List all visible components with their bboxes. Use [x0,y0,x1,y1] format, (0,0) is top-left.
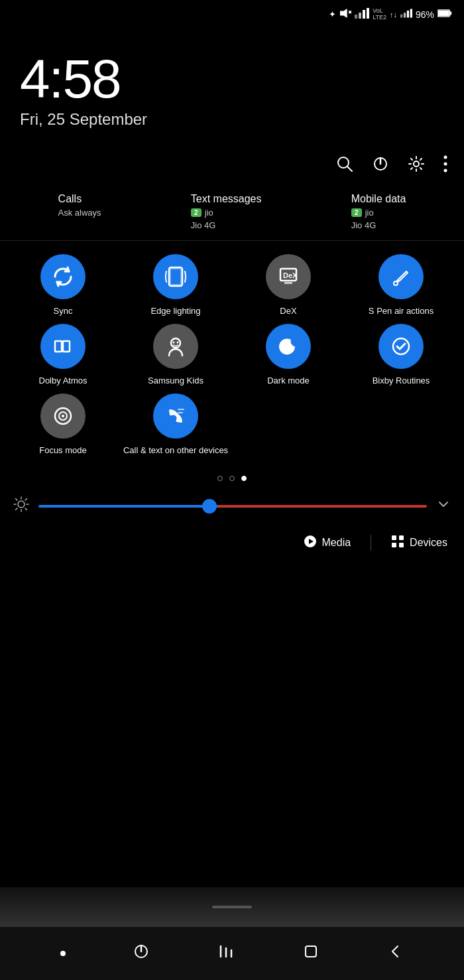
svg-rect-6 [367,8,369,19]
edge-lighting-icon [153,254,198,299]
mobile-data-operator: jio [365,208,374,218]
tiles-grid: SyncEdge lightingDeXDeXS Pen air actions… [0,241,464,470]
tile-s-pen[interactable]: S Pen air actions [348,254,454,317]
sim-info: Calls Ask always Text messages 2 jio Jio… [0,186,464,241]
text-messages-detail: 2 jio [191,208,262,218]
page-dot-1[interactable] [217,476,223,481]
mobile-data-sim-item: Mobile data 2 jio Jio 4G [351,193,406,230]
media-devices-row: Media Devices [0,522,464,557]
power-icon[interactable] [372,155,389,176]
calls-title: Calls [58,193,101,205]
tile-samsung-kids[interactable]: Samsung Kids [123,324,229,387]
svg-point-19 [444,155,447,159]
arrow-icon: ↑↓ [390,11,397,19]
text-messages-sim-item: Text messages 2 jio Jio 4G [191,193,262,230]
svg-rect-9 [407,11,409,18]
volte-lte2-label: VoL LTE2 [373,8,386,21]
svg-line-45 [25,499,27,500]
page-dot-3[interactable] [241,476,247,481]
svg-point-37 [62,415,64,417]
dex-label: DeX [280,306,296,317]
text-messages-operator: jio [205,208,213,218]
devices-label: Devices [410,537,447,549]
calls-sim-item: Calls Ask always [58,193,101,230]
svg-point-21 [444,169,447,172]
text-messages-network: Jio 4G [191,220,262,230]
tile-bixby[interactable]: Bixby Routines [348,324,454,387]
nav-power-icon[interactable] [133,943,150,964]
devices-grid-icon [391,535,404,551]
svg-line-43 [16,499,17,500]
brightness-thumb[interactable] [202,499,217,514]
page-indicators [0,469,464,491]
battery-percentage: 96% [416,9,434,20]
dark-mode-label: Dark mode [267,376,310,387]
tile-dark-mode[interactable]: Dark mode [235,324,341,387]
mobile-data-badge: 2 [351,208,362,217]
panel-header [0,135,464,186]
nav-recents-icon[interactable] [217,943,235,964]
svg-text:DeX: DeX [283,271,298,279]
svg-marker-0 [340,9,347,18]
tile-dex[interactable]: DeXDeX [235,254,341,317]
tile-call-text[interactable]: Call & text on other devices [123,393,229,456]
edge-lighting-label: Edge lighting [150,306,200,317]
bottom-preview [0,887,464,927]
s-pen-icon [378,254,424,299]
clock-section: 4:58 Fri, 25 September [0,25,464,135]
nav-back-icon[interactable] [386,943,404,964]
s-pen-label: S Pen air actions [369,306,434,317]
svg-rect-52 [399,543,404,547]
svg-rect-25 [284,282,292,284]
tile-dolby[interactable]: Dolby Atmos [10,324,116,387]
signal2-icon [400,8,412,21]
svg-rect-8 [404,13,406,18]
brightness-slider[interactable] [38,505,427,508]
brightness-row [0,491,464,522]
page-dot-2[interactable] [229,476,235,481]
nav-home-indicator [60,951,66,956]
svg-rect-23 [170,269,181,285]
svg-line-44 [25,509,27,510]
nav-bar [0,927,464,980]
bottom-handle [212,906,252,908]
tile-sync[interactable]: Sync [10,254,116,317]
battery-icon [437,9,452,20]
mobile-data-detail: 2 jio [351,208,406,218]
more-icon[interactable] [443,155,447,176]
tile-edge-lighting[interactable]: Edge lighting [123,254,229,317]
search-icon[interactable] [336,155,353,176]
call-text-icon [153,393,198,439]
settings-icon[interactable] [408,155,425,176]
svg-point-18 [414,161,419,167]
svg-rect-12 [450,12,452,15]
status-icons: ✦ VoL LTE2 ↑↓ [329,8,452,21]
clock-time: 4:58 [20,52,444,106]
bixby-label: Bixby Routines [373,376,430,387]
text-messages-title: Text messages [191,193,262,205]
focus-mode-label: Focus mode [39,445,87,456]
svg-point-38 [18,501,25,508]
media-label: Media [322,537,351,549]
svg-line-15 [347,167,352,171]
dolby-label: Dolby Atmos [39,376,87,387]
brightness-chevron[interactable] [436,497,451,516]
calls-ask-always: Ask always [58,208,101,218]
call-text-label: Call & text on other devices [123,445,228,456]
brightness-icon [13,496,29,516]
bluetooth-icon: ✦ [329,9,336,19]
signal1-icon [355,8,369,21]
svg-rect-50 [399,535,404,540]
svg-point-27 [394,281,398,285]
media-devices-divider [371,535,371,551]
svg-rect-3 [355,15,357,19]
bixby-icon [378,324,424,369]
devices-button[interactable]: Devices [391,535,447,551]
nav-home-icon[interactable] [302,943,319,964]
svg-line-46 [16,509,17,510]
media-button[interactable]: Media [304,535,351,551]
calls-detail: Ask always [58,208,101,218]
mobile-data-network: Jio 4G [351,220,406,230]
svg-rect-49 [392,535,396,540]
tile-focus-mode[interactable]: Focus mode [10,393,116,456]
